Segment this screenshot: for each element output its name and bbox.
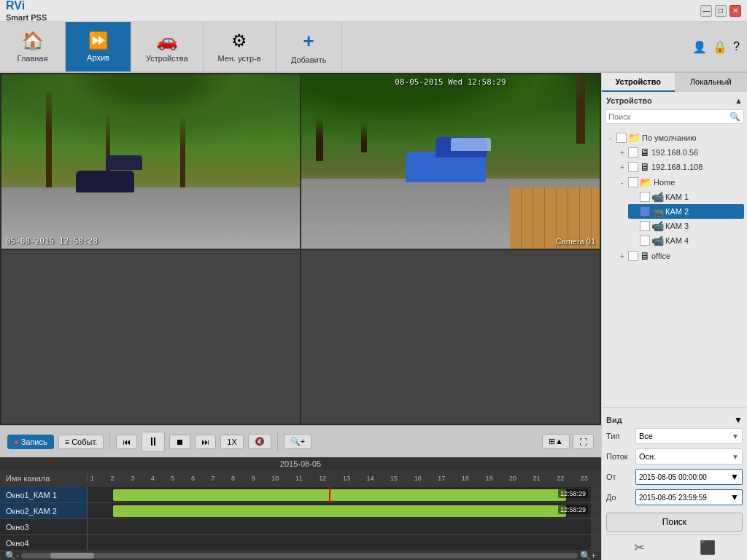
mute-button[interactable]: 🔇 — [248, 434, 271, 449]
grid-icon: ⊞▲ — [549, 437, 563, 446]
ip1-checkbox[interactable] — [628, 147, 638, 158]
tree-row-cam2[interactable]: 📹 КАМ 2 — [628, 204, 744, 219]
channel-row-1[interactable]: Окно1_КАМ 1 12:58:29 — [0, 487, 601, 503]
next-frame-button[interactable]: ⏭ — [195, 435, 216, 449]
zoom-in-icon[interactable]: 🔍+ — [578, 551, 598, 560]
tree-row-root[interactable]: - 📁 По умолчанию — [605, 131, 744, 145]
type-select[interactable]: Все ▼ — [635, 428, 743, 444]
zoom-button[interactable]: 🔍+ — [284, 434, 311, 449]
maximize-button[interactable]: □ — [715, 5, 727, 17]
prev-frame-button[interactable]: ⏮ — [116, 435, 137, 449]
record-button[interactable]: ● Запись — [7, 435, 54, 449]
download-icon[interactable]: ⬛ — [700, 540, 716, 556]
time-cursor-1 — [329, 487, 330, 502]
from-input[interactable]: 2015-08-05 00:00:00 ▼ — [635, 469, 743, 485]
nav-archive-label: Архив — [87, 53, 109, 62]
scroll-thumb[interactable] — [50, 553, 94, 559]
tree-row-cam1[interactable]: 📹 КАМ 1 — [628, 190, 744, 204]
speed-button[interactable]: 1X — [220, 435, 243, 449]
to-input[interactable]: 2015-08-05 23:59:59 ▼ — [635, 489, 743, 505]
zoom-icon: 🔍+ — [290, 437, 305, 446]
channel-row-4[interactable]: Окно4 — [0, 535, 601, 551]
fullscreen-icon: ⛶ — [579, 438, 587, 446]
window-controls: — □ ✕ — [700, 5, 741, 17]
lock-icon[interactable]: 🔒 — [713, 40, 727, 54]
device-icon-1: 🖥 — [640, 147, 650, 158]
archive-icon: ⏩ — [88, 31, 108, 50]
channel-4-track[interactable] — [88, 535, 591, 551]
cam4-icon: 📹 — [651, 235, 664, 246]
grid-button[interactable]: ⊞▲ — [542, 434, 570, 449]
device-search-box[interactable]: 🔍 — [605, 109, 744, 124]
video-cell-4[interactable] — [301, 250, 600, 424]
channel-2-bar — [113, 505, 566, 517]
navbar: 🏠 Главная ⏩ Архив 🚗 Устройства ⚙ Мен. ус… — [0, 22, 747, 73]
channel-1-track[interactable]: 12:58:29 — [88, 487, 591, 502]
help-icon[interactable]: ? — [733, 40, 740, 53]
home-checkbox[interactable] — [628, 177, 638, 187]
search-input[interactable] — [608, 112, 729, 121]
list-icon: ≡ — [65, 438, 69, 446]
stream-select[interactable]: Осн. ▼ — [635, 448, 743, 464]
mute-icon: 🔇 — [255, 437, 265, 446]
cam2-checkbox[interactable] — [640, 206, 650, 217]
ip2-checkbox[interactable] — [628, 162, 638, 172]
view-section-header[interactable]: Вид ▼ — [606, 412, 743, 428]
tree-row-cam3[interactable]: 📹 КАМ 3 — [628, 219, 744, 233]
close-button[interactable]: ✕ — [729, 5, 741, 17]
channel-3-track[interactable] — [88, 519, 591, 534]
record-icon: ● — [14, 438, 19, 446]
tab-device[interactable]: Устройство — [602, 73, 675, 92]
cut-icon[interactable]: ✂ — [634, 540, 645, 556]
nav-devices[interactable]: 🚗 Устройства — [131, 22, 204, 71]
channel-row-3[interactable]: Окно3 — [0, 519, 601, 535]
cam1-checkbox[interactable] — [640, 192, 650, 202]
office-checkbox[interactable] — [628, 251, 638, 261]
to-value: 2015-08-05 23:59:59 — [639, 494, 707, 502]
main-area: 05-08-2015 12:58:28 08-05-2015 Wed — [0, 73, 747, 560]
channel-2-track[interactable]: 12:58:29 — [88, 503, 591, 518]
nav-add[interactable]: + Добавить — [276, 22, 342, 71]
zoom-out-icon[interactable]: 🔍- — [3, 551, 21, 560]
time-ruler[interactable]: 1 2 3 4 5 6 7 8 9 10 11 12 13 14 — [88, 471, 591, 486]
tree-row-office[interactable]: + 🖥 office — [616, 249, 744, 263]
nav-archive[interactable]: ⏩ Архив — [66, 22, 131, 71]
device-tree: - 📁 По умолчанию + 🖥 192.168.0.56 — [602, 127, 747, 407]
cam2-tree-label: КАМ 2 — [665, 207, 689, 216]
office-icon: 🖥 — [640, 250, 650, 262]
tree-row-home[interactable]: - 📂 Home — [616, 175, 744, 190]
video-cell-3[interactable] — [1, 250, 300, 424]
left-panel: 05-08-2015 12:58:28 08-05-2015 Wed — [0, 73, 601, 560]
tree-row-ip1[interactable]: + 🖥 192.168.0.56 — [616, 145, 744, 160]
channel-row-2[interactable]: Окно2_КАМ 2 12:58:29 — [0, 503, 601, 519]
tree-root: - 📁 По умолчанию + 🖥 192.168.0.56 — [605, 130, 744, 264]
user-icon[interactable]: 👤 — [692, 40, 707, 54]
cam3-checkbox[interactable] — [640, 221, 650, 231]
scroll-track[interactable] — [21, 553, 578, 559]
nav-add-label: Добавить — [291, 55, 327, 64]
right-controls: ⊞▲ ⛶ — [542, 434, 594, 449]
cam4-checkbox[interactable] — [640, 236, 650, 246]
fullscreen-button[interactable]: ⛶ — [573, 434, 594, 449]
tree-row-ip2[interactable]: + 🖥 192.168.1.108 — [616, 160, 744, 174]
channel-1-bar — [113, 489, 566, 501]
minimize-button[interactable]: — — [700, 5, 712, 17]
video-cell-1[interactable]: 05-08-2015 12:58:28 — [1, 74, 300, 249]
tree-children-home: 📹 КАМ 1 📹 КАМ 2 — [616, 190, 744, 248]
from-calendar-icon[interactable]: ▼ — [730, 472, 739, 482]
pause-button[interactable]: ⏸ — [142, 432, 165, 452]
video-cell-2[interactable]: 08-05-2015 Wed 12:58:29 Camera 01 — [301, 74, 600, 249]
stop-button[interactable]: ⏹ — [169, 435, 190, 449]
to-calendar-icon[interactable]: ▼ — [730, 492, 739, 502]
nav-manager[interactable]: ⚙ Мен. устр-в — [204, 22, 276, 71]
time-marks: 1 2 3 4 5 6 7 8 9 10 11 12 13 14 — [88, 475, 591, 482]
cam1-label: КАМ 1 — [665, 192, 689, 201]
nav-home[interactable]: 🏠 Главная — [0, 22, 66, 71]
event-button[interactable]: ≡ Событ. — [58, 435, 104, 449]
root-checkbox[interactable] — [616, 133, 627, 143]
tab-local[interactable]: Локальный — [675, 73, 748, 92]
tree-row-cam4[interactable]: 📹 КАМ 4 — [628, 233, 744, 248]
collapse-icon[interactable]: ▲ — [735, 96, 743, 105]
search-button[interactable]: Поиск — [606, 513, 743, 532]
right-panel: Устройство Локальный Устройство ▲ 🔍 - 📁 … — [601, 73, 747, 560]
